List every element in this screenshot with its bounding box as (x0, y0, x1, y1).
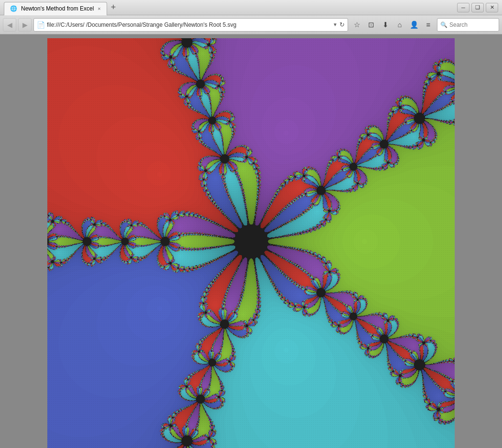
restore-button[interactable]: ❑ (471, 3, 484, 12)
address-bar: ◀ ▶ 📄 file:///C:/Users/ /Documents/Perso… (0, 15, 502, 34)
refresh-button[interactable]: ↻ (339, 21, 345, 28)
tab-favicon: 🌐 (10, 5, 17, 12)
search-input[interactable] (449, 21, 492, 28)
fractal-image (47, 38, 455, 448)
menu-icon[interactable]: ≡ (422, 18, 435, 32)
browser-tab[interactable]: 🌐 Newton's Method from Excel × (4, 2, 107, 15)
address-file-icon: 📄 (37, 21, 45, 29)
back-button[interactable]: ◀ (3, 18, 16, 32)
new-tab-button[interactable]: + (107, 2, 120, 12)
minimize-button[interactable]: ─ (457, 3, 469, 12)
search-icon: 🔍 (440, 21, 447, 28)
content-area (0, 34, 502, 448)
search-box[interactable]: 🔍 (437, 18, 499, 32)
fractal-canvas (47, 38, 455, 448)
title-bar: 🌐 Newton's Method from Excel × + ─ ❑ ✕ (0, 0, 502, 15)
forward-button[interactable]: ▶ (18, 18, 32, 32)
window-controls: ─ ❑ ✕ (457, 3, 498, 12)
share-icon[interactable]: ⊡ (364, 18, 378, 32)
account-icon[interactable]: 👤 (407, 18, 421, 32)
bookmark-star-icon[interactable]: ☆ (350, 18, 363, 32)
tab-label: Newton's Method from Excel (21, 5, 94, 12)
address-dropdown-icon[interactable]: ▼ (333, 22, 338, 27)
address-input-wrapper[interactable]: 📄 file:///C:/Users/ /Documents/Personal/… (33, 18, 348, 32)
address-url: file:///C:/Users/ /Documents/Personal/St… (47, 21, 331, 28)
toolbar-icons: ☆ ⊡ ⬇ ⌂ 👤 ≡ (350, 18, 435, 32)
close-button[interactable]: ✕ (486, 3, 498, 12)
title-bar-left: 🌐 Newton's Method from Excel × + (4, 0, 120, 15)
home-icon[interactable]: ⌂ (393, 18, 406, 32)
tab-close-button[interactable]: × (98, 6, 100, 11)
download-icon[interactable]: ⬇ (379, 18, 392, 32)
